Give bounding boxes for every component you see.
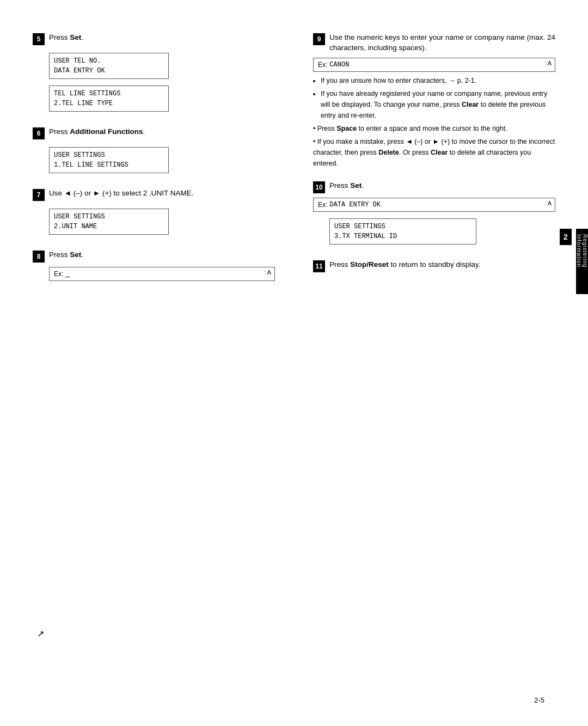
step-5-header: 5 Press Set. (33, 33, 275, 45)
step-8-ex-content (65, 270, 270, 278)
step-9-bullet-3: • Press Space to enter a space and move … (313, 123, 555, 134)
step-9-ex-value: CANON (329, 61, 550, 69)
arrow-icon: ↗ (37, 629, 44, 639)
step-10-header: 10 Press Set. (313, 181, 555, 193)
page-container: 5 Press Set. USER TEL NO. DATA ENTRY OK … (0, 0, 588, 726)
step-11: 11 Press Stop/Reset to return to standby… (313, 260, 555, 272)
step-10-number: 10 (313, 181, 325, 193)
step-7-number: 7 (33, 189, 45, 201)
step-5-text-before: Press (49, 33, 70, 41)
step-5-text: Press Set. (49, 33, 83, 43)
step-5-text-after: . (81, 33, 83, 41)
step-10-lcd1-line2: 3.TX TERMINAL ID (334, 231, 471, 241)
step-7-text: Use ◄ (–) or ► (+) to select 2 .UNIT NAM… (49, 188, 193, 199)
step-9-bullet-1: If you are unsure how to enter character… (321, 75, 555, 86)
step-6-header: 6 Press Additional Functions. (33, 127, 275, 139)
step-7: 7 Use ◄ (–) or ► (+) to select 2 .UNIT N… (33, 188, 275, 238)
page-number: 2-5 (534, 696, 544, 704)
step-5-lcd1-line1: USER TEL NO. (54, 56, 164, 66)
step-10-ex-box: : A Ex: DATA ENTRY OK (313, 198, 555, 212)
step-8-text-before: Press (49, 251, 70, 259)
step-8: 8 Press Set. : A Ex: (33, 250, 275, 281)
step-11-text-before: Press (329, 260, 350, 269)
right-column: 9 Use the numeric keys to enter your nam… (308, 33, 555, 293)
step-9-ex-right-label: : A (544, 60, 552, 66)
step-10-text: Press Set. (329, 181, 364, 191)
left-column: 5 Press Set. USER TEL NO. DATA ENTRY OK … (33, 33, 286, 293)
step-8-bold: Set (70, 251, 81, 259)
step-5-lcd1-line2: DATA ENTRY OK (54, 66, 164, 76)
step-9-ex-box: : A Ex: CANON (313, 58, 555, 72)
step-5-lcd2-line2: 2.TEL LINE TYPE (54, 99, 164, 108)
step-5-bold: Set (70, 33, 81, 41)
step-10-text-after: . (362, 181, 364, 190)
step-6-bold: Additional Functions (70, 127, 143, 136)
step-6-lcd1-line2: 1.TEL LINE SETTINGS (54, 160, 164, 170)
sidebar-label: Registering Information (576, 234, 588, 289)
step-9-bullet-2: If you have already registered your name… (321, 88, 555, 121)
step-7-header: 7 Use ◄ (–) or ► (+) to select 2 .UNIT N… (33, 188, 275, 201)
step-11-text-after: to return to standby display. (389, 260, 481, 269)
step-9-header: 9 Use the numeric keys to enter your nam… (313, 33, 555, 53)
step-10-lcd1: USER SETTINGS 3.TX TERMINAL ID (329, 218, 476, 245)
step-7-lcd1-line1: USER SETTINGS (54, 212, 164, 222)
step-8-cursor (65, 277, 70, 277)
step-10-text-before: Press (329, 181, 350, 190)
step-5-number: 5 (33, 33, 45, 45)
step-11-text: Press Stop/Reset to return to standby di… (329, 260, 480, 270)
chapter-number: 2 (560, 229, 572, 245)
step-5-lcd1: USER TEL NO. DATA ENTRY OK (49, 53, 169, 79)
step-5: 5 Press Set. USER TEL NO. DATA ENTRY OK … (33, 33, 275, 115)
step-6-lcd1: USER SETTINGS 1.TEL LINE SETTINGS (49, 147, 169, 173)
step-6-text: Press Additional Functions. (49, 127, 145, 137)
step-9-number: 9 (313, 33, 325, 45)
step-11-header: 11 Press Stop/Reset to return to standby… (313, 260, 555, 272)
step-9-bullets: If you are unsure how to enter character… (321, 75, 555, 169)
step-9: 9 Use the numeric keys to enter your nam… (313, 33, 555, 169)
step-8-number: 8 (33, 251, 45, 263)
step-10-ex-label: Ex: (318, 201, 327, 209)
sidebar-tab: Registering Information (576, 229, 588, 294)
step-7-lcd1: USER SETTINGS 2.UNIT NAME (49, 209, 169, 235)
step-8-header: 8 Press Set. (33, 250, 275, 263)
step-11-number: 11 (313, 260, 325, 272)
step-10-lcd1-line1: USER SETTINGS (334, 222, 471, 231)
step-11-bold: Stop/Reset (350, 260, 389, 269)
step-6-text-before: Press (49, 127, 70, 136)
step-8-ex-label: Ex: (54, 270, 63, 278)
step-10-ex-right-label: : A (544, 200, 552, 206)
step-9-text: Use the numeric keys to enter your name … (329, 33, 555, 53)
step-7-lcd1-line2: 2.UNIT NAME (54, 222, 164, 231)
step-8-ex-box: : A Ex: (49, 267, 275, 281)
step-8-text: Press Set. (49, 250, 83, 260)
step-9-ex-label: Ex: (318, 61, 327, 69)
step-6-text-after: . (143, 127, 145, 136)
step-5-lcd2: TEL LINE SETTINGS 2.TEL LINE TYPE (49, 86, 169, 112)
step-8-ex-right-label: : A (264, 269, 271, 276)
step-10-ex-value: DATA ENTRY OK (329, 201, 550, 209)
two-column-layout: 5 Press Set. USER TEL NO. DATA ENTRY OK … (33, 33, 555, 293)
step-6: 6 Press Additional Functions. USER SETTI… (33, 127, 275, 176)
step-6-lcd1-line1: USER SETTINGS (54, 150, 164, 160)
step-10: 10 Press Set. : A Ex: DATA ENTRY OK USER… (313, 181, 555, 248)
step-5-lcd2-line1: TEL LINE SETTINGS (54, 89, 164, 99)
step-6-number: 6 (33, 127, 45, 139)
step-9-bullet-4: • If you make a mistake, press ◄ (–) or … (313, 136, 555, 169)
step-8-text-after: . (81, 251, 83, 259)
step-10-bold: Set (350, 181, 362, 190)
